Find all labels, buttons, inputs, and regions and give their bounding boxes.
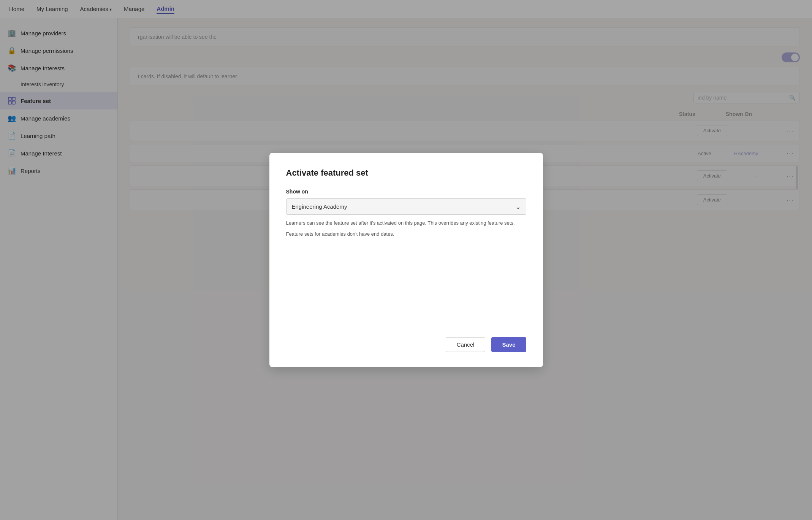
show-on-label: Show on bbox=[286, 189, 526, 195]
modal-footer: Cancel Save bbox=[286, 337, 526, 352]
helper-text-2: Feature sets for academies don't have en… bbox=[286, 230, 526, 238]
save-button[interactable]: Save bbox=[491, 337, 526, 352]
modal: Activate featured set Show on Engineerin… bbox=[269, 153, 543, 367]
helper-text-1: Learners can see the feature set after i… bbox=[286, 219, 526, 227]
modal-overlay: Activate featured set Show on Engineerin… bbox=[0, 0, 812, 520]
cancel-button[interactable]: Cancel bbox=[446, 337, 486, 352]
select-wrap: Engineering AcademyRAcademyAll ⌄ bbox=[286, 198, 526, 215]
show-on-select[interactable]: Engineering AcademyRAcademyAll bbox=[286, 198, 526, 215]
modal-title: Activate featured set bbox=[286, 168, 526, 178]
